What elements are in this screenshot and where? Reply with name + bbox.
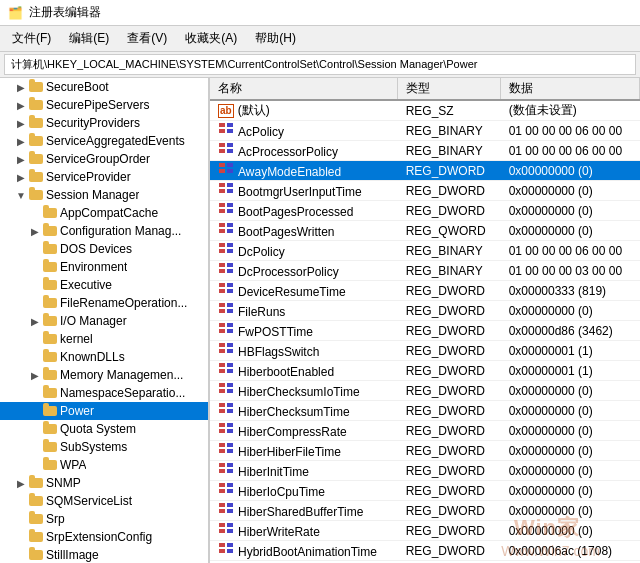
svg-rect-9 (227, 163, 233, 167)
svg-rect-17 (227, 203, 233, 207)
tree-label: FileRenameOperation... (60, 296, 187, 310)
menu-item[interactable]: 查看(V) (119, 28, 175, 49)
svg-rect-71 (227, 469, 233, 473)
tree-item-stillimage[interactable]: StillImage (0, 546, 208, 563)
reg-data-cell: 0x00000000 (0) (501, 221, 640, 241)
reg-name-text: HiberWriteRate (238, 525, 320, 539)
tree-item-filerenameoperation[interactable]: FileRenameOperation... (0, 294, 208, 312)
menu-item[interactable]: 文件(F) (4, 28, 59, 49)
tree-item-subsystems[interactable]: SubSystems (0, 438, 208, 456)
table-row[interactable]: HiberChecksumIoTimeREG_DWORD0x00000000 (… (210, 381, 640, 401)
table-row[interactable]: BootPagesWrittenREG_QWORD0x00000000 (0) (210, 221, 640, 241)
tree-expand-icon[interactable]: ▼ (14, 190, 28, 201)
tree-item-securepipeservers[interactable]: ▶SecurePipeServers (0, 96, 208, 114)
reg-bin-icon (218, 302, 234, 316)
tree-label: Environment (60, 260, 127, 274)
svg-rect-1 (227, 123, 233, 127)
folder-icon (42, 313, 58, 329)
reg-data-cell: 0x00000000 (0) (501, 421, 640, 441)
table-row[interactable]: HybridBootAnimationTimeREG_DWORD0x000006… (210, 541, 640, 561)
table-row[interactable]: DcPolicyREG_BINARY01 00 00 00 06 00 00 (210, 241, 640, 261)
table-row[interactable]: HBFlagsSwitchREG_DWORD0x00000001 (1) (210, 341, 640, 361)
tree-item-srpextensionconfig[interactable]: SrpExtensionConfig (0, 528, 208, 546)
tree-expand-icon[interactable]: ▶ (28, 370, 42, 381)
svg-rect-43 (227, 329, 233, 333)
menu-item[interactable]: 帮助(H) (247, 28, 304, 49)
tree-item-snmp[interactable]: ▶SNMP (0, 474, 208, 492)
tree-expand-icon[interactable]: ▶ (14, 118, 28, 129)
table-row[interactable]: AcProcessorPolicyREG_BINARY01 00 00 00 0… (210, 141, 640, 161)
tree-item-securityproviders[interactable]: ▶SecurityProviders (0, 114, 208, 132)
tree-item-namespacesep[interactable]: NamespaceSeparatio... (0, 384, 208, 402)
col-name: 名称 (210, 78, 398, 100)
tree-item-srp[interactable]: Srp (0, 510, 208, 528)
menu-bar: 文件(F)编辑(E)查看(V)收藏夹(A)帮助(H) (0, 26, 640, 52)
svg-rect-10 (219, 169, 225, 173)
tree-item-knowndlls[interactable]: KnownDLLs (0, 348, 208, 366)
tree-expand-icon[interactable]: ▶ (14, 172, 28, 183)
reg-type-cell: REG_DWORD (398, 201, 501, 221)
tree-item-environment[interactable]: Environment (0, 258, 208, 276)
tree-item-serviceprovider[interactable]: ▶ServiceProvider (0, 168, 208, 186)
table-row[interactable]: DeviceResumeTimeREG_DWORD0x00000333 (819… (210, 281, 640, 301)
tree-item-quotasystem[interactable]: Quota System (0, 420, 208, 438)
table-row[interactable]: HiberbootEnabledREG_DWORD0x00000001 (1) (210, 361, 640, 381)
table-row[interactable]: AcPolicyREG_BINARY01 00 00 00 06 00 00 (210, 121, 640, 141)
reg-bin-icon (218, 222, 234, 236)
tree-item-servicegrouporder[interactable]: ▶ServiceGroupOrder (0, 150, 208, 168)
tree-expand-icon[interactable]: ▶ (28, 226, 42, 237)
table-row[interactable]: FwPOSTTimeREG_DWORD0x00000d86 (3462) (210, 321, 640, 341)
tree-item-power[interactable]: Power (0, 402, 208, 420)
svg-rect-40 (219, 323, 225, 327)
reg-name-text: HBFlagsSwitch (238, 345, 319, 359)
tree-item-serviceaggregatedevents[interactable]: ▶ServiceAggregatedEvents (0, 132, 208, 150)
reg-bin-icon (218, 122, 234, 136)
reg-data-cell: 0x00000333 (819) (501, 281, 640, 301)
svg-rect-59 (227, 409, 233, 413)
menu-item[interactable]: 编辑(E) (61, 28, 117, 49)
svg-rect-33 (227, 283, 233, 287)
tree-item-memorymgmt[interactable]: ▶Memory Managemen... (0, 366, 208, 384)
table-row[interactable]: BootmgrUserInputTimeREG_DWORD0x00000000 … (210, 181, 640, 201)
breadcrumb: 计算机\HKEY_LOCAL_MACHINE\SYSTEM\CurrentCon… (11, 58, 477, 70)
tree-item-secureboot[interactable]: ▶SecureBoot (0, 78, 208, 96)
table-row[interactable]: FileRunsREG_DWORD0x00000000 (0) (210, 301, 640, 321)
tree-item-configmanager[interactable]: ▶Configuration Manag... (0, 222, 208, 240)
table-row[interactable]: HiberInitTimeREG_DWORD0x00000000 (0) (210, 461, 640, 481)
tree-expand-icon[interactable]: ▶ (14, 478, 28, 489)
tree-expand-icon[interactable]: ▶ (14, 82, 28, 93)
table-row[interactable]: DcProcessorPolicyREG_BINARY01 00 00 00 0… (210, 261, 640, 281)
table-row[interactable]: HiberSharedBufferTimeREG_DWORD0x00000000… (210, 501, 640, 521)
tree-item-executive[interactable]: Executive (0, 276, 208, 294)
svg-rect-35 (227, 289, 233, 293)
table-row[interactable]: AwayModeEnabledREG_DWORD0x00000000 (0) (210, 161, 640, 181)
folder-icon (28, 97, 44, 113)
tree-item-sqlservicelist[interactable]: SQMServiceList (0, 492, 208, 510)
table-row[interactable]: HiberChecksumTimeREG_DWORD0x00000000 (0) (210, 401, 640, 421)
tree-expand-icon[interactable]: ▶ (14, 100, 28, 111)
table-row[interactable]: HiberCompressRateREG_DWORD0x00000000 (0) (210, 421, 640, 441)
svg-rect-0 (219, 123, 225, 127)
tree-item-dosdevices[interactable]: DOS Devices (0, 240, 208, 258)
svg-rect-23 (227, 229, 233, 233)
table-row[interactable]: BootPagesProcessedREG_DWORD0x00000000 (0… (210, 201, 640, 221)
tree-item-wpa[interactable]: WPA (0, 456, 208, 474)
table-row[interactable]: HiberIoCpuTimeREG_DWORD0x00000000 (0) (210, 481, 640, 501)
folder-icon (42, 439, 58, 455)
table-row[interactable]: ab(默认)REG_SZ(数值未设置) (210, 100, 640, 121)
tree-expand-icon[interactable]: ▶ (14, 154, 28, 165)
menu-item[interactable]: 收藏夹(A) (177, 28, 245, 49)
tree-item-sessionmanager[interactable]: ▼Session Manager (0, 186, 208, 204)
svg-rect-87 (227, 549, 233, 553)
svg-rect-19 (227, 209, 233, 213)
svg-rect-11 (227, 169, 233, 173)
tree-item-appcompatcache[interactable]: AppCompatCache (0, 204, 208, 222)
tree-expand-icon[interactable]: ▶ (28, 316, 42, 327)
svg-rect-74 (219, 489, 225, 493)
tree-expand-icon[interactable]: ▶ (14, 136, 28, 147)
tree-item-ioManager[interactable]: ▶I/O Manager (0, 312, 208, 330)
folder-icon (28, 511, 44, 527)
tree-item-kernel[interactable]: kernel (0, 330, 208, 348)
table-row[interactable]: HiberHiberFileTimeREG_DWORD0x00000000 (0… (210, 441, 640, 461)
table-row[interactable]: HiberWriteRateREG_DWORD0x00000000 (0) (210, 521, 640, 541)
